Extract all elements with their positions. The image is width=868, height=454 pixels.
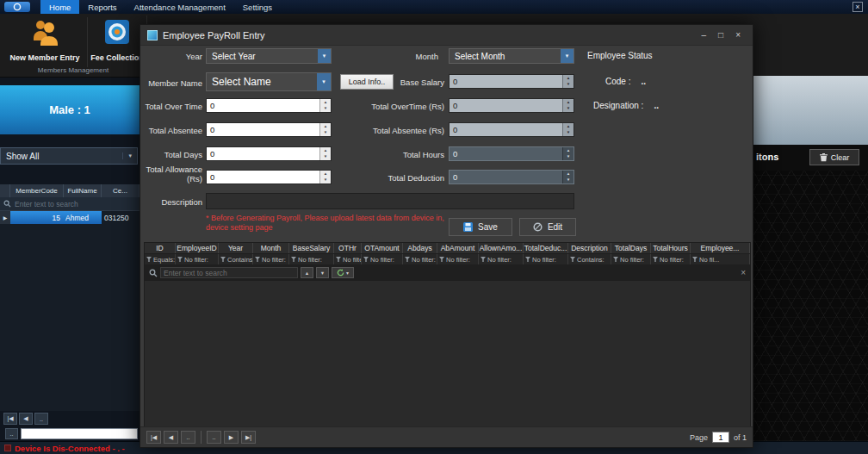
spin-down-icon[interactable]: ▼: [563, 130, 574, 137]
filter-cell-description[interactable]: Contains:: [568, 254, 611, 264]
chevron-down-icon[interactable]: ▼: [318, 49, 331, 63]
filter-cell-employeeid[interactable]: No filter:: [176, 254, 219, 264]
app-close-button[interactable]: ×: [852, 2, 863, 12]
col-header-employee[interactable]: Employee...: [691, 243, 750, 253]
pager-more-left-button[interactable]: ..: [181, 431, 195, 444]
new-member-entry-button[interactable]: New Member Entry: [3, 16, 87, 65]
col-header-month[interactable]: Month: [253, 243, 289, 253]
spin-up-icon[interactable]: ▲: [563, 147, 574, 154]
pager-more-right-button[interactable]: ..: [207, 431, 221, 444]
total-overtime-rs-spin-buttons[interactable]: ▲▼: [562, 99, 574, 112]
tab-reports[interactable]: Reports: [79, 0, 125, 14]
member-name-cell[interactable]: Ahmed: [64, 211, 102, 224]
total-over-time-spinner[interactable]: 0 ▲▼: [206, 98, 332, 113]
member-code-cell[interactable]: 15: [10, 211, 64, 224]
dialog-titlebar[interactable]: Employee PayRoll Entry – □ ×: [140, 25, 753, 46]
total-over-time-spin-buttons[interactable]: ▲▼: [319, 99, 331, 112]
member-filter-dropdown[interactable]: Show All ▾: [0, 147, 138, 165]
filter-cell-allownamount[interactable]: No filter:: [479, 254, 524, 264]
members-search-input[interactable]: [15, 200, 136, 208]
chevron-down-icon[interactable]: ▼: [561, 49, 574, 63]
col-header-fullname[interactable]: FullName: [64, 184, 102, 197]
members-bottom-input[interactable]: [21, 428, 138, 439]
filter-cell-id[interactable]: Equals:: [145, 254, 176, 264]
spin-down-icon[interactable]: ▼: [320, 130, 331, 137]
spin-down-icon[interactable]: ▼: [563, 154, 574, 161]
clear-button[interactable]: Clear: [809, 149, 859, 165]
payroll-grid-body[interactable]: [144, 281, 751, 428]
col-header-allownamount[interactable]: AllownAmo...: [479, 243, 524, 253]
total-hours-spin-buttons[interactable]: ▲▼: [562, 147, 574, 160]
member-cell-no-cell[interactable]: 031250: [102, 211, 140, 224]
page-number-input[interactable]: 1: [712, 432, 729, 443]
col-header-totaldeduction[interactable]: TotalDeduc...: [524, 243, 568, 253]
search-options-button[interactable]: ▾: [332, 267, 354, 278]
spin-up-icon[interactable]: ▲: [320, 147, 331, 154]
members-pager-prev-button[interactable]: ◀: [19, 413, 33, 425]
spin-up-icon[interactable]: ▲: [563, 99, 574, 106]
total-allowance-spinner[interactable]: 0 ▲▼: [206, 170, 332, 184]
total-absentee-rs-spin-buttons[interactable]: ▲▼: [562, 123, 574, 136]
chevron-down-icon[interactable]: ▼: [317, 73, 331, 90]
spin-down-icon[interactable]: ▼: [563, 177, 574, 184]
month-combobox[interactable]: Select Month ▼: [449, 48, 574, 64]
col-header-year[interactable]: Year: [219, 243, 253, 253]
member-row-selected[interactable]: ▶ 15 Ahmed 031250: [0, 211, 140, 224]
col-header-description[interactable]: Description: [568, 243, 611, 253]
filter-cell-otamount[interactable]: No filter:: [362, 254, 403, 264]
pager-prev-button[interactable]: ◀: [164, 431, 178, 444]
members-pager-more-button[interactable]: ..: [34, 413, 48, 425]
spin-down-icon[interactable]: ▼: [563, 106, 574, 113]
edit-button[interactable]: Edit: [519, 218, 576, 236]
total-days-spinner[interactable]: 0 ▲▼: [206, 146, 332, 161]
filter-cell-employee[interactable]: No fil...: [691, 254, 750, 264]
tab-settings[interactable]: Settings: [234, 0, 281, 14]
filter-cell-totaldays[interactable]: No filter:: [611, 254, 651, 264]
spin-down-icon[interactable]: ▼: [320, 177, 331, 184]
spin-down-icon[interactable]: ▼: [320, 106, 331, 113]
col-header-membercode[interactable]: MemberCode: [10, 184, 64, 197]
total-absentee-spinner[interactable]: 0 ▲▼: [206, 122, 332, 137]
year-combobox[interactable]: Select Year ▼: [206, 48, 332, 64]
base-salary-spin-buttons[interactable]: ▲▼: [562, 75, 574, 88]
members-pager-ellipsis-button[interactable]: ..: [5, 428, 18, 439]
search-next-button[interactable]: ▼: [316, 267, 329, 278]
total-allowance-spin-buttons[interactable]: ▲▼: [319, 171, 331, 183]
spin-up-icon[interactable]: ▲: [320, 123, 331, 130]
tab-home[interactable]: Home: [40, 0, 79, 14]
col-header-otamount[interactable]: OTAmount: [362, 243, 403, 253]
pager-next-button[interactable]: ▶: [224, 431, 239, 444]
col-header-cell[interactable]: Ce...: [102, 184, 140, 197]
pager-first-button[interactable]: |◀: [146, 431, 161, 444]
save-button[interactable]: Save: [449, 218, 512, 236]
col-header-abdays[interactable]: Abdays: [403, 243, 437, 253]
spin-down-icon[interactable]: ▼: [320, 154, 331, 161]
tab-attendance-management[interactable]: Attendance Management: [126, 0, 234, 14]
filter-cell-abamount[interactable]: No filter:: [437, 254, 479, 264]
filter-cell-basesalary[interactable]: No filter:: [289, 254, 334, 264]
filter-cell-totaldeduction[interactable]: No filter:: [524, 254, 568, 264]
col-header-abamount[interactable]: AbAmount: [437, 243, 479, 253]
col-header-id[interactable]: ID: [145, 243, 176, 253]
filter-cell-year[interactable]: Contains:: [219, 254, 253, 264]
close-icon[interactable]: ×: [735, 30, 741, 40]
pager-last-button[interactable]: ▶|: [241, 431, 256, 444]
minimize-icon[interactable]: –: [702, 30, 707, 40]
total-absentee-spin-buttons[interactable]: ▲▼: [319, 123, 331, 136]
total-deduction-spin-buttons[interactable]: ▲▼: [562, 171, 574, 183]
filter-cell-month[interactable]: No filter:: [253, 254, 289, 264]
spin-down-icon[interactable]: ▼: [563, 82, 574, 89]
description-input[interactable]: [206, 193, 574, 209]
total-days-spin-buttons[interactable]: ▲▼: [319, 147, 331, 160]
search-prev-button[interactable]: ▲: [301, 267, 313, 278]
app-menu-button[interactable]: [4, 2, 30, 12]
filter-cell-othr[interactable]: No filter:: [334, 254, 362, 264]
filter-cell-abdays[interactable]: No filter:: [403, 254, 437, 264]
maximize-icon[interactable]: □: [718, 30, 723, 40]
filter-cell-totalhours[interactable]: No filter:: [651, 254, 691, 264]
col-header-employeeid[interactable]: EmployeeID: [176, 243, 219, 253]
spin-up-icon[interactable]: ▲: [563, 75, 574, 82]
col-header-totaldays[interactable]: TotalDays: [611, 243, 651, 253]
spin-up-icon[interactable]: ▲: [320, 171, 331, 177]
members-pager-first-button[interactable]: |◀: [3, 413, 17, 425]
